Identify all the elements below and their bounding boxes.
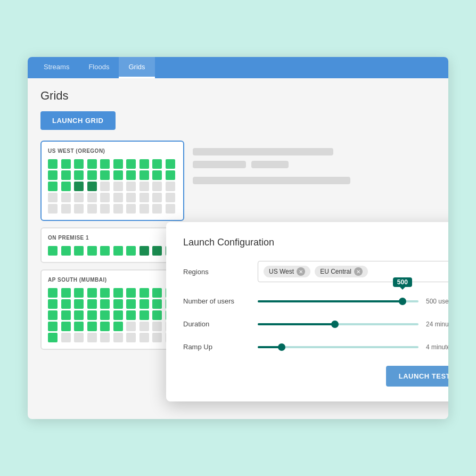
duration-control: 24 minutes bbox=[258, 321, 448, 328]
grid-cell bbox=[139, 333, 149, 342]
grid-cell bbox=[74, 182, 84, 191]
grid-cells-ap-south bbox=[48, 288, 177, 342]
grid-card-on-premise[interactable]: ON PREMISE 1 bbox=[40, 227, 184, 263]
grid-cell bbox=[100, 193, 110, 202]
grid-cell bbox=[61, 310, 71, 320]
grid-cell bbox=[126, 204, 136, 214]
grid-card-us-west[interactable]: US WEST (OREGON) bbox=[40, 141, 184, 221]
launch-test-button[interactable]: LAUNCH TEST bbox=[386, 366, 448, 387]
main-window: Streams Floods Grids Grids LAUNCH GRID U… bbox=[28, 57, 448, 419]
grid-cell bbox=[61, 333, 71, 342]
grid-cell bbox=[61, 170, 71, 180]
grid-cell bbox=[166, 170, 175, 180]
tab-streams[interactable]: Streams bbox=[34, 57, 79, 78]
tag-eu-central-label: EU Central bbox=[320, 268, 351, 275]
grid-cell bbox=[61, 193, 71, 202]
users-slider-tooltip: 500 bbox=[393, 277, 412, 287]
grid-cell bbox=[87, 299, 97, 309]
grid-cell bbox=[48, 246, 58, 256]
grid-cell bbox=[126, 299, 136, 309]
tab-grids[interactable]: Grids bbox=[119, 57, 154, 78]
grid-cell bbox=[87, 333, 97, 342]
grid-cell bbox=[87, 204, 97, 214]
nav-bar: Streams Floods Grids bbox=[28, 57, 448, 78]
placeholder-row bbox=[193, 161, 436, 168]
duration-slider-container bbox=[258, 323, 418, 325]
grid-cell bbox=[113, 159, 123, 169]
grid-cell bbox=[74, 322, 84, 331]
grid-cell bbox=[48, 322, 58, 331]
grid-cell bbox=[48, 288, 58, 298]
grid-cell bbox=[74, 204, 84, 214]
users-control: 500 500 users bbox=[258, 298, 448, 305]
grid-cell bbox=[113, 310, 123, 320]
placeholder-bar-2a bbox=[193, 161, 246, 168]
grid-cell bbox=[87, 182, 97, 191]
grid-cell bbox=[74, 310, 84, 320]
launch-grid-button[interactable]: LAUNCH GRID bbox=[40, 111, 116, 130]
grid-cell bbox=[74, 333, 84, 342]
grid-cell bbox=[113, 193, 123, 202]
grid-cell bbox=[61, 204, 71, 214]
grid-cell bbox=[87, 170, 97, 180]
users-slider-container: 500 bbox=[258, 300, 418, 302]
grid-cell bbox=[74, 159, 84, 169]
grid-cell bbox=[139, 182, 149, 191]
grid-cell bbox=[48, 193, 58, 202]
grid-cell bbox=[100, 299, 110, 309]
grid-cell bbox=[87, 288, 97, 298]
grid-cell bbox=[74, 246, 84, 256]
modal-title: Launch Configuration bbox=[183, 237, 448, 248]
grid-cell bbox=[100, 322, 110, 331]
rampup-slider-container bbox=[258, 346, 418, 348]
placeholder-bar-3 bbox=[193, 177, 350, 184]
grid-cell bbox=[113, 204, 123, 214]
rampup-slider-thumb[interactable] bbox=[278, 343, 285, 351]
grid-cell bbox=[139, 246, 149, 256]
grid-card-ap-south[interactable]: AP SOUTH (MUMBAI) bbox=[40, 269, 184, 350]
duration-slider-thumb[interactable] bbox=[331, 321, 339, 328]
grid-cell bbox=[100, 310, 110, 320]
grid-cell bbox=[139, 299, 149, 309]
grid-cell bbox=[100, 159, 110, 169]
grid-cell bbox=[87, 159, 97, 169]
grid-cell bbox=[152, 288, 162, 298]
grid-cell bbox=[61, 182, 71, 191]
grid-cell bbox=[100, 333, 110, 342]
grid-cell bbox=[126, 310, 136, 320]
tab-floods[interactable]: Floods bbox=[79, 57, 119, 78]
grid-cells-on-premise bbox=[48, 246, 177, 256]
rampup-row: Ramp Up 4 minutes bbox=[183, 343, 448, 351]
grid-cell bbox=[61, 246, 71, 256]
duration-slider-track bbox=[258, 323, 418, 325]
users-slider-track: 500 bbox=[258, 300, 418, 302]
grid-card-ap-south-title: AP SOUTH (MUMBAI) bbox=[48, 277, 177, 283]
modal-footer: LAUNCH TEST bbox=[183, 366, 448, 387]
users-value-label: 500 users bbox=[426, 298, 448, 305]
grid-cell bbox=[152, 299, 162, 309]
grid-cell bbox=[113, 182, 123, 191]
grid-cell bbox=[166, 159, 175, 169]
regions-tags-input[interactable]: US West ✕ EU Central ✕ bbox=[258, 261, 448, 282]
grid-cell bbox=[74, 193, 84, 202]
grid-cell bbox=[126, 322, 136, 331]
tag-eu-central-remove[interactable]: ✕ bbox=[354, 267, 363, 276]
users-slider-wrapper: 500 500 users bbox=[258, 298, 448, 305]
tag-us-west-remove[interactable]: ✕ bbox=[297, 267, 305, 276]
placeholder-bar-2b bbox=[251, 161, 289, 168]
grid-cell bbox=[152, 246, 162, 256]
users-slider-fill bbox=[258, 300, 403, 302]
grid-cell bbox=[126, 288, 136, 298]
grid-cell bbox=[48, 170, 58, 180]
page-title: Grids bbox=[40, 89, 436, 103]
grid-cell bbox=[139, 288, 149, 298]
tag-us-west-label: US West bbox=[269, 268, 294, 275]
duration-label: Duration bbox=[183, 320, 247, 328]
users-slider-thumb[interactable]: 500 bbox=[399, 298, 406, 305]
duration-slider-fill bbox=[258, 323, 335, 325]
grid-cell bbox=[74, 170, 84, 180]
grid-cell bbox=[126, 333, 136, 342]
grid-cell bbox=[48, 159, 58, 169]
tag-us-west: US West ✕ bbox=[264, 266, 310, 277]
grid-cell bbox=[152, 310, 162, 320]
